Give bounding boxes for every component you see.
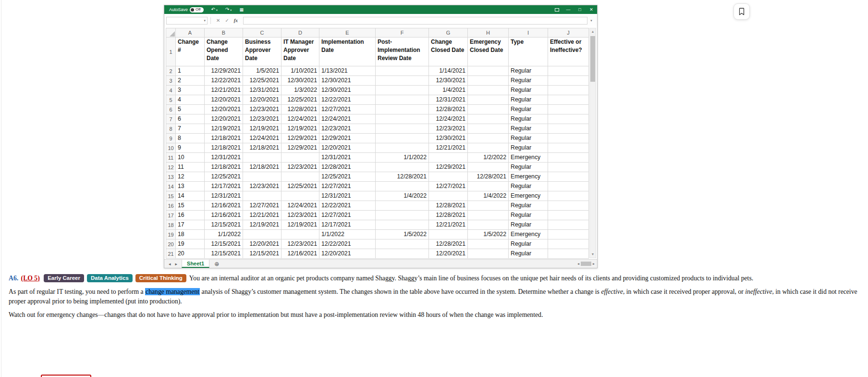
cell-E20[interactable]: 12/22/2021	[319, 239, 376, 249]
cell-A13[interactable]: 12	[176, 172, 205, 182]
cell-E6[interactable]: 12/27/2021	[319, 105, 376, 114]
cell-D5[interactable]: 12/25/2021	[281, 95, 319, 105]
cell-I9[interactable]: Regular	[509, 134, 548, 143]
cell-J8[interactable]	[548, 124, 589, 134]
cell-F20[interactable]	[376, 239, 429, 249]
cell-B11[interactable]: 12/31/2021	[205, 153, 243, 163]
cell-B17[interactable]: 12/16/2021	[205, 211, 243, 220]
cell-D8[interactable]: 12/19/2021	[281, 124, 319, 134]
cell-E5[interactable]: 12/22/2021	[319, 95, 376, 105]
cancel-icon[interactable]: ✕	[216, 17, 220, 25]
cell-F14[interactable]	[376, 182, 429, 191]
row-header-6[interactable]: 6	[166, 105, 176, 114]
undo-icon[interactable]: ↶	[211, 5, 215, 14]
cell-G12[interactable]: 12/29/2021	[429, 163, 468, 172]
row-header-12[interactable]: 12	[166, 163, 176, 172]
cell-A4[interactable]: 3	[176, 86, 205, 95]
cell-A2[interactable]: 1	[176, 66, 205, 76]
row-header-2[interactable]: 2	[166, 66, 176, 76]
row-header-9[interactable]: 9	[166, 134, 176, 143]
cell-A10[interactable]: 9	[176, 143, 205, 153]
cell-H7[interactable]	[468, 114, 509, 124]
cell-D4[interactable]: 1/3/2022	[281, 86, 319, 95]
cell-B21[interactable]: 12/15/2021	[205, 249, 243, 259]
cell-J20[interactable]	[548, 239, 589, 249]
cell-C12[interactable]: 12/18/2021	[243, 163, 281, 172]
cell-F8[interactable]	[376, 124, 429, 134]
cell-A14[interactable]: 13	[176, 182, 205, 191]
cell-A6[interactable]: 5	[176, 105, 205, 114]
column-header-A[interactable]: A	[176, 28, 205, 38]
cell-J13[interactable]	[548, 172, 589, 182]
scroll-down-icon[interactable]: ▼	[590, 251, 596, 258]
cell-B6[interactable]: 12/20/2021	[205, 105, 243, 114]
cell-A18[interactable]: 17	[176, 220, 205, 230]
cell-G14[interactable]: 12/27/2021	[429, 182, 468, 191]
cell-F15[interactable]: 1/4/2022	[376, 191, 429, 201]
row-header-15[interactable]: 15	[166, 191, 176, 201]
cell-D11[interactable]	[281, 153, 319, 163]
cell-C16[interactable]: 12/27/2021	[243, 201, 281, 211]
minimize-button[interactable]: —	[562, 5, 574, 14]
scroll-left-icon[interactable]: ◂	[577, 262, 579, 266]
cell-H18[interactable]	[468, 220, 509, 230]
cell-I13[interactable]: Emergency	[509, 172, 548, 182]
row-header-13[interactable]: 13	[166, 172, 176, 182]
cell-I5[interactable]: Regular	[509, 95, 548, 105]
row-header-10[interactable]: 10	[166, 143, 176, 153]
cell-J6[interactable]	[548, 105, 589, 114]
cell-F2[interactable]	[376, 66, 429, 76]
cell-D1[interactable]: IT Manager Approver Date	[281, 38, 319, 66]
cell-D9[interactable]: 12/29/2021	[281, 134, 319, 143]
row-header-14[interactable]: 14	[166, 182, 176, 191]
cell-I6[interactable]: Regular	[509, 105, 548, 114]
cell-J9[interactable]	[548, 134, 589, 143]
cell-D20[interactable]: 12/23/2021	[281, 239, 319, 249]
cell-E13[interactable]: 12/25/2021	[319, 172, 376, 182]
row-header-11[interactable]: 11	[166, 153, 176, 163]
cell-C18[interactable]: 12/19/2021	[243, 220, 281, 230]
cell-C10[interactable]: 12/18/2021	[243, 143, 281, 153]
cell-G2[interactable]: 1/14/2021	[429, 66, 468, 76]
cell-C2[interactable]: 1/5/2021	[243, 66, 281, 76]
cell-B10[interactable]: 12/18/2021	[205, 143, 243, 153]
cell-G18[interactable]: 12/21/2021	[429, 220, 468, 230]
cell-H21[interactable]	[468, 249, 509, 259]
cell-H20[interactable]	[468, 239, 509, 249]
cell-I21[interactable]: Regular	[509, 249, 548, 259]
cell-G20[interactable]: 12/28/2021	[429, 239, 468, 249]
cell-E16[interactable]: 12/22/2021	[319, 201, 376, 211]
cell-B15[interactable]: 12/31/2021	[205, 191, 243, 201]
redo-dropdown-icon[interactable]: ▾	[230, 8, 232, 12]
cell-G13[interactable]	[429, 172, 468, 182]
cell-B8[interactable]: 12/19/2021	[205, 124, 243, 134]
cell-J14[interactable]	[548, 182, 589, 191]
cell-B1[interactable]: Change Opened Date	[205, 38, 243, 66]
cell-A8[interactable]: 7	[176, 124, 205, 134]
cell-G11[interactable]	[429, 153, 468, 163]
cell-E7[interactable]: 12/24/2021	[319, 114, 376, 124]
column-header-F[interactable]: F	[376, 28, 429, 38]
cell-F13[interactable]: 12/28/2021	[376, 172, 429, 182]
cell-I11[interactable]: Emergency	[509, 153, 548, 163]
cell-E14[interactable]: 12/27/2021	[319, 182, 376, 191]
formula-bar-expand-icon[interactable]: ▾	[587, 19, 595, 23]
cell-F18[interactable]	[376, 220, 429, 230]
cell-G21[interactable]: 12/20/2021	[429, 249, 468, 259]
cell-I3[interactable]: Regular	[509, 76, 548, 86]
cell-F10[interactable]	[376, 143, 429, 153]
row-header-7[interactable]: 7	[166, 114, 176, 124]
row-header-17[interactable]: 17	[166, 211, 176, 220]
cell-E2[interactable]: 1/13/2021	[319, 66, 376, 76]
cell-E10[interactable]: 12/20/2021	[319, 143, 376, 153]
cell-F7[interactable]	[376, 114, 429, 124]
cell-F6[interactable]	[376, 105, 429, 114]
maximize-button[interactable]: □	[574, 5, 586, 14]
cell-H17[interactable]	[468, 211, 509, 220]
cell-C17[interactable]: 12/21/2021	[243, 211, 281, 220]
cell-G10[interactable]: 12/21/2021	[429, 143, 468, 153]
vertical-scroll-thumb[interactable]	[590, 36, 595, 82]
cell-I1[interactable]: Type	[509, 38, 548, 66]
cell-C5[interactable]: 12/20/2021	[243, 95, 281, 105]
cell-I15[interactable]: Emergency	[509, 191, 548, 201]
